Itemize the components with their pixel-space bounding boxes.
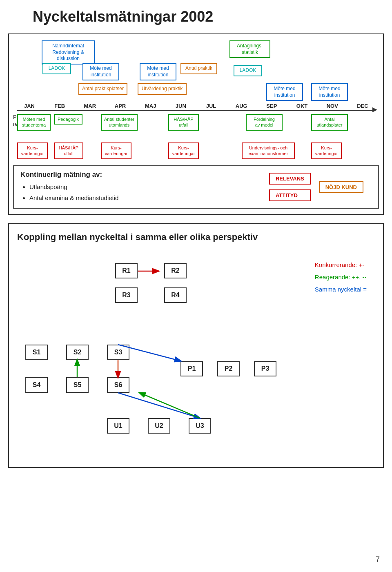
box-has-hap-utfall-mid: HÅS/HÅPutfall [168,114,199,131]
top-section: Nämndintemat Redovisning & diskussion LA… [8,33,384,215]
kontinuerlig-list: Utlandspoäng Antal examina & medianstudi… [29,181,118,203]
box-antagnings-statistik: Antagnings-statistik [229,40,270,58]
box-fordelning-av-medel: Fördelningav medel [246,114,283,131]
svg-line-2 [118,393,200,418]
diagram-area: Nämndintemat Redovisning & diskussion LA… [13,38,379,210]
kontinuerlig-section: Kontinuerlig mätning av: Utlandspoäng An… [13,165,379,209]
r-grid-area: Konkurrerande: +- Reagerande: ++, -- Sam… [17,255,375,459]
box-pedagogik: Pedagogik [54,114,82,125]
box-mote-institution-4: Möte medinstitution [311,83,348,101]
kontinuerlig-item-1: Utlandspoäng [29,181,118,192]
kontinuerlig-item-2: Antal examina & medianstudietid [29,192,118,203]
box-mote-institution-1: Möte medinstitution [82,63,119,80]
box-kurs-varderingar-3: Kurs-värderingar [168,142,199,159]
box-antal-praktikplatser: Antal praktikplatser [78,83,127,95]
page-title: Nyckeltalsmätningar 2002 [33,8,384,25]
timeline-bar [17,110,375,111]
koppling-section: Koppling mellan nyckeltal i samma eller … [8,223,384,468]
box-has-hap-utfall-left: HÅS/HÅPutfall [54,142,83,159]
svg-line-1 [118,345,180,361]
timeline-months: JAN FEB MAR APR MAJ JUN JUL AUG SEP OKT … [17,103,375,109]
page-number: 7 [376,555,380,564]
koppling-title: Koppling mellan nyckeltal i samma eller … [17,232,375,243]
kontinuerlig-title: Kontinuerlig mätning av: [20,171,118,179]
box-mote-institution-3: Möte medinstitution [266,83,303,101]
box-undervisnings-examinationsformer: Undervisnings- ochexaminationsformer [242,142,295,159]
connection-lines [17,255,375,459]
box-ladok-top: LADOK [42,63,71,74]
attityd-box: ATTITYD [269,189,311,201]
box-antal-studenter-utomlands: Antal studenterutomlands [101,114,138,131]
svg-line-5 [140,393,200,418]
box-kurs-varderingar-1: Kurs-värderingar [17,142,48,159]
box-antal-praktik: Antal praktik [180,63,217,74]
box-antal-utlandsplater: Antalutlandsplater [311,114,348,131]
nojd-kund-box: NÖJD KUND [319,181,363,193]
box-moten-studenterna: Möten medstudenterna [17,114,51,131]
box-ladok-right: LADOK [234,65,262,76]
box-kurs-varderingar-2: Kurs-värderingar [101,142,131,159]
box-mote-institution-2: Möte medinstitution [140,63,176,80]
box-utvardering-praktik: Utvärdering praktik [138,83,187,95]
kontinuerlig-text: Kontinuerlig mätning av: Utlandspoäng An… [20,171,118,203]
timeline-arrow [372,107,377,112]
relevans-box: RELEVANS [269,173,311,185]
rel-att-boxes: RELEVANS ATTITYD [269,173,311,201]
box-namndintemat: Nämndintemat Redovisning & diskussion [42,40,95,65]
box-kurs-varderingar-4: Kurs-värderingar [311,142,342,159]
rel-att-nojd-group: RELEVANS ATTITYD NÖJD KUND [269,173,363,201]
